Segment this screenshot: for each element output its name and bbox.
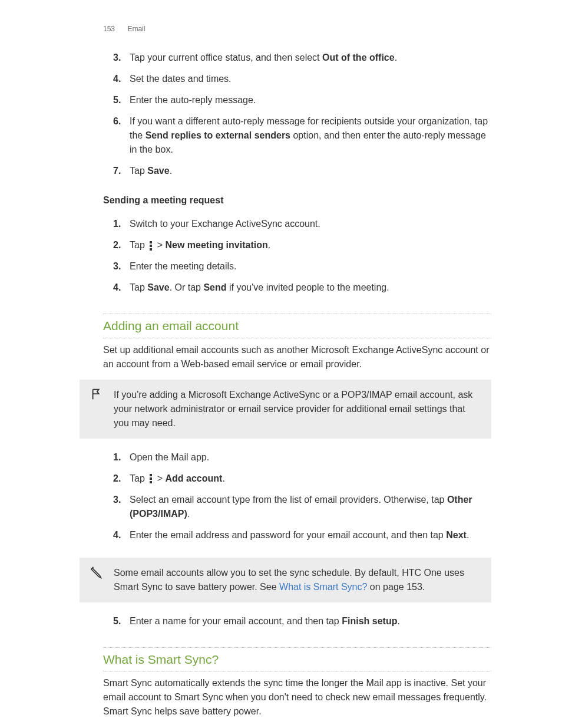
item-text: Select an email account type from the li… — [130, 495, 447, 505]
section-intro: Set up additional email accounts such as… — [103, 343, 491, 371]
item-post: . — [170, 166, 172, 176]
item-bold: Save — [147, 282, 169, 292]
item-bold: Finish setup — [342, 616, 397, 626]
item-text: Tap — [130, 240, 147, 250]
item-text: Switch to your Exchange ActiveSync accou… — [130, 219, 320, 229]
item-post: . — [467, 530, 469, 540]
item-text: Enter the meeting details. — [130, 261, 236, 271]
item-text: Enter the auto-reply message. — [130, 95, 256, 105]
item-marker: 5. — [113, 93, 121, 107]
item-mid: > — [154, 240, 165, 250]
list-item: 4. Enter the email address and password … — [130, 525, 491, 546]
item-bold: Next — [446, 530, 467, 540]
item-mid: > — [154, 473, 165, 483]
item-text: Tap — [130, 166, 147, 176]
item-marker: 4. — [113, 281, 121, 295]
ordered-list-add-account: 1. Open the Mail app. 2. Tap > Add accou… — [103, 447, 491, 546]
section-heading-adding-account: Adding an email account — [103, 314, 491, 338]
item-bold: Send replies to external senders — [146, 130, 290, 140]
item-mid: . Or tap — [170, 282, 204, 292]
page-content: 3. Tap your current office status, and t… — [103, 47, 491, 728]
item-marker: 2. — [113, 472, 121, 486]
item-marker: 1. — [113, 217, 121, 231]
list-item: 1. Switch to your Exchange ActiveSync ac… — [130, 213, 491, 235]
item-marker: 4. — [113, 528, 121, 542]
item-post: . — [268, 240, 270, 250]
list-item: 4. Set the dates and times. — [130, 68, 491, 90]
list-item: 3. Select an email account type from the… — [130, 489, 491, 525]
item-marker: 5. — [113, 614, 121, 628]
item-marker: 7. — [113, 164, 121, 178]
item-marker: 4. — [113, 72, 121, 86]
list-item: 3. Tap your current office status, and t… — [130, 47, 491, 68]
item-post: if you've invited people to the meeting. — [227, 282, 389, 292]
smart-sync-paragraph-1: Smart Sync automatically extends the syn… — [103, 676, 491, 719]
item-marker: 6. — [113, 114, 121, 129]
item-bold: Add account — [165, 473, 222, 483]
list-item: 4. Tap Save. Or tap Send if you've invit… — [130, 277, 491, 298]
item-bold: Out of the office — [322, 52, 395, 62]
item-post: . — [397, 616, 399, 626]
item-post: . — [395, 52, 397, 62]
list-item: 1. Open the Mail app. — [130, 447, 491, 468]
page-header: 153 Email — [103, 24, 145, 34]
list-item: 5. Enter the auto-reply message. — [130, 90, 491, 111]
tip-callout: Some email accounts allow you to set the… — [80, 558, 491, 602]
more-options-icon — [148, 474, 154, 483]
flag-icon — [90, 388, 103, 401]
item-text: Tap — [130, 282, 147, 292]
list-item: 7. Tap Save. — [130, 160, 491, 182]
item-text: Open the Mail app. — [130, 452, 209, 462]
list-item: 5. Enter a name for your email account, … — [130, 611, 491, 632]
ordered-list-finish: 5. Enter a name for your email account, … — [103, 611, 491, 632]
item-marker: 3. — [113, 259, 121, 274]
callout-text-post: on page 153. — [367, 582, 425, 592]
item-marker: 3. — [113, 493, 121, 507]
list-item: 6. If you want a different auto-reply me… — [130, 111, 491, 160]
header-section: Email — [127, 25, 145, 33]
item-marker: 3. — [113, 51, 121, 65]
item-text: Tap your current office status, and then… — [130, 52, 322, 62]
section-heading-smart-sync: What is Smart Sync? — [103, 647, 491, 672]
item-text: Enter the email address and password for… — [130, 530, 446, 540]
document-page: 153 Email 3. Tap your current office sta… — [0, 0, 562, 728]
callout-text: If you're adding a Microsoft Exchange Ac… — [114, 390, 472, 428]
note-callout: If you're adding a Microsoft Exchange Ac… — [80, 380, 491, 439]
ordered-list-auto-reply: 3. Tap your current office status, and t… — [103, 47, 491, 182]
item-marker: 2. — [113, 238, 121, 252]
page-number: 153 — [103, 25, 115, 33]
item-marker: 1. — [113, 450, 121, 465]
pencil-icon — [90, 566, 103, 579]
item-bold: Save — [147, 166, 169, 176]
item-bold: Send — [203, 282, 226, 292]
more-options-icon — [148, 241, 154, 251]
subheading-meeting-request: Sending a meeting request — [103, 193, 491, 207]
item-post: . — [187, 509, 190, 519]
item-text: Tap — [130, 473, 147, 483]
item-text: Set the dates and times. — [130, 74, 232, 84]
item-bold: New meeting invitation — [165, 240, 267, 250]
ordered-list-meeting: 1. Switch to your Exchange ActiveSync ac… — [103, 213, 491, 298]
item-post: . — [222, 473, 224, 483]
list-item: 3. Enter the meeting details. — [130, 256, 491, 277]
list-item: 2. Tap > Add account. — [130, 468, 491, 489]
item-text: Enter a name for your email account, and… — [130, 616, 342, 626]
smart-sync-link[interactable]: What is Smart Sync? — [279, 582, 367, 592]
list-item: 2. Tap > New meeting invitation. — [130, 235, 491, 256]
